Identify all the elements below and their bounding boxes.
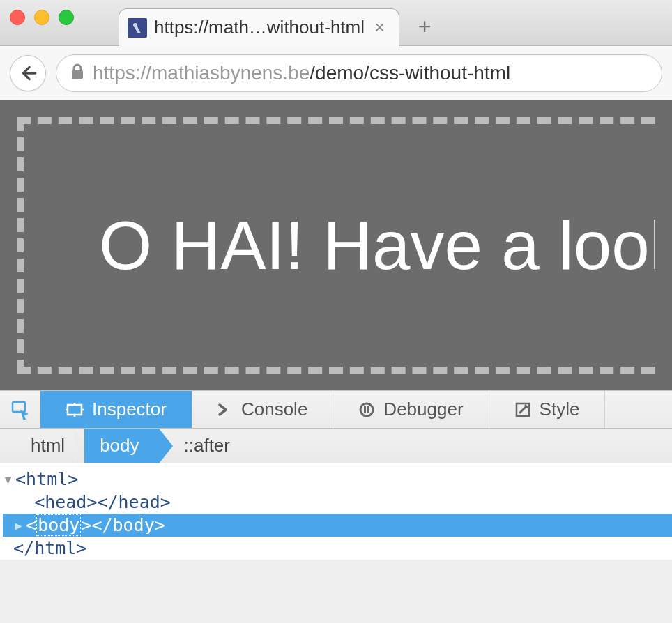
window-minimize-button[interactable]	[34, 10, 49, 25]
body-highlight: O HAI! Have a look	[17, 117, 655, 374]
breadcrumb-after[interactable]: ::after	[159, 429, 250, 463]
console-icon	[217, 402, 233, 417]
arrow-left-icon	[19, 64, 37, 82]
tab-style-editor[interactable]: Style	[489, 391, 606, 428]
svg-point-8	[360, 403, 373, 416]
tab-console[interactable]: Console	[192, 391, 333, 428]
url-text: https://mathiasbynens.be/demo/css-withou…	[93, 62, 510, 84]
tab-inspector-label: Inspector	[92, 399, 167, 420]
tab-title: https://math…without-html	[154, 17, 365, 38]
devtools-panel: Inspector Console Debugger Style html bo…	[0, 390, 672, 560]
favicon-icon	[128, 18, 147, 38]
breadcrumb: html body ::after	[0, 429, 672, 463]
debugger-icon	[358, 401, 375, 418]
back-button[interactable]	[10, 55, 46, 91]
window-titlebar: https://math…without-html × +	[0, 0, 672, 46]
markup-view[interactable]: ▾<html> <head></head> ▸<body></body> </h…	[0, 463, 672, 560]
twisty-right-icon[interactable]: ▸	[13, 514, 26, 537]
address-bar[interactable]: https://mathiasbynens.be/demo/css-withou…	[56, 54, 662, 92]
devtools-tabs: Inspector Console Debugger Style	[0, 390, 672, 429]
url-path: /demo/css-without-html	[310, 62, 510, 84]
url-host: https://mathiasbynens.be	[93, 62, 310, 84]
tab-console-label: Console	[241, 399, 307, 420]
svg-rect-3	[68, 405, 82, 415]
tab-debugger[interactable]: Debugger	[333, 391, 489, 428]
window-zoom-button[interactable]	[59, 10, 74, 25]
new-tab-button[interactable]: +	[409, 11, 440, 42]
tab-style-label: Style	[540, 399, 580, 420]
tab-strip: https://math…without-html × +	[119, 8, 440, 46]
tab-debugger-label: Debugger	[383, 399, 463, 420]
inspector-pick-icon	[10, 400, 30, 420]
tab-close-button[interactable]: ×	[372, 17, 388, 38]
breadcrumb-body[interactable]: body	[84, 429, 158, 463]
markup-line-html-open[interactable]: ▾<html>	[3, 468, 672, 491]
svg-rect-1	[72, 70, 83, 79]
style-icon	[514, 401, 531, 418]
page-viewport: O HAI! Have a look	[0, 100, 672, 390]
selected-tag-name: body	[36, 514, 81, 536]
markup-line-head[interactable]: <head></head>	[3, 491, 672, 514]
svg-rect-9	[364, 406, 366, 413]
twisty-down-icon[interactable]: ▾	[3, 468, 15, 491]
tab-inspector[interactable]: Inspector	[40, 391, 192, 428]
window-close-button[interactable]	[10, 10, 25, 25]
inspector-icon	[66, 401, 84, 419]
page-content-text: O HAI! Have a look	[99, 206, 655, 285]
toolbar: https://mathiasbynens.be/demo/css-withou…	[0, 46, 672, 100]
svg-rect-10	[367, 406, 369, 413]
pick-element-button[interactable]	[0, 391, 40, 428]
browser-tab[interactable]: https://math…without-html ×	[119, 8, 399, 46]
svg-rect-2	[13, 402, 25, 412]
lock-icon	[70, 63, 84, 83]
markup-line-html-close[interactable]: </html>	[3, 537, 672, 560]
traffic-lights	[10, 10, 74, 25]
markup-line-body[interactable]: ▸<body></body>	[3, 514, 672, 537]
